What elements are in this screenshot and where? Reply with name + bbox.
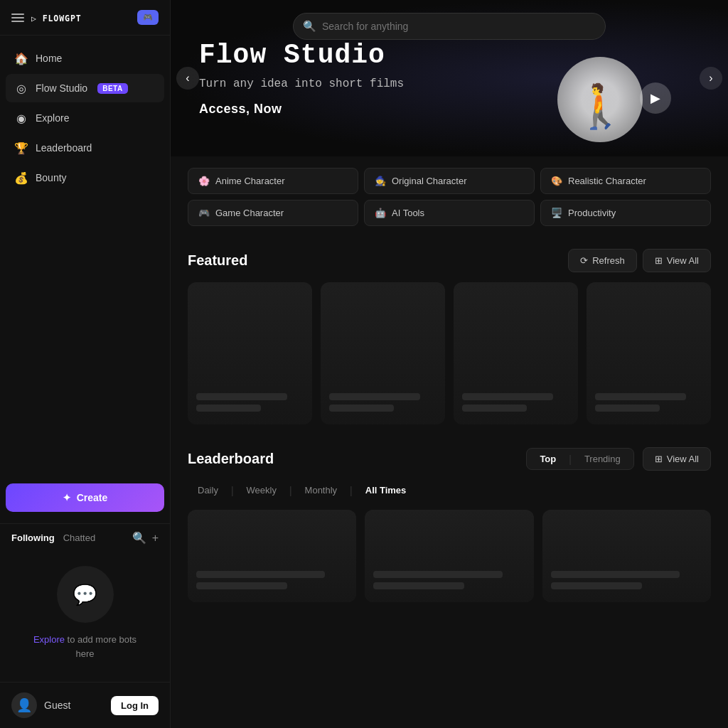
hamburger-icon[interactable]	[11, 14, 24, 22]
discord-badge[interactable]: 🎮	[137, 10, 159, 25]
leaderboard-header: Leaderboard Top | Trending ⊞ View All	[188, 447, 711, 471]
sidebar: ▷ FLOWGPT 🎮 🏠 Home ◎ Flow Studio BETA ◉ …	[0, 0, 171, 728]
category-anime-character[interactable]: 🌸 Anime Character	[188, 168, 358, 194]
discord-icon: 🎮	[143, 13, 153, 22]
trending-tab[interactable]: Trending	[572, 449, 633, 469]
brand-logo: ▷ FLOWGPT	[31, 11, 88, 24]
filter-sep-3: |	[350, 485, 353, 496]
play-button[interactable]: ▶	[640, 82, 671, 114]
hero-cta[interactable]: Access, Now	[199, 102, 404, 117]
featured-card-inner-4	[587, 282, 711, 424]
card-skeleton-line	[329, 405, 394, 412]
hero-content: Flow Studio Turn any idea into short fil…	[171, 40, 432, 117]
top-tab[interactable]: Top	[527, 449, 569, 469]
featured-card-3[interactable]	[454, 282, 578, 424]
lb-skeleton-line	[373, 571, 502, 578]
sidebar-item-flow-studio[interactable]: ◎ Flow Studio BETA	[6, 74, 164, 102]
lb-skeleton-line	[373, 582, 464, 589]
lb-card-inner-2	[365, 510, 533, 602]
explore-link[interactable]: Explore	[33, 634, 65, 645]
sidebar-item-home[interactable]: 🏠 Home	[6, 44, 164, 73]
refresh-button[interactable]: ⟳ Refresh	[568, 249, 637, 272]
flow-studio-icon: ◎	[14, 81, 28, 95]
sidebar-item-label: Leaderboard	[36, 142, 92, 154]
category-original-character[interactable]: 🧙 Original Character	[364, 168, 535, 194]
hero-prev-button[interactable]: ‹	[176, 67, 199, 90]
sidebar-item-label: Bounty	[36, 172, 67, 183]
ai-tools-emoji: 🤖	[375, 208, 386, 218]
leaderboard-icon: 🏆	[14, 141, 28, 155]
productivity-emoji: 🖥️	[551, 208, 562, 218]
view-all-leaderboard-button[interactable]: ⊞ View All	[643, 447, 711, 471]
filter-sep-2: |	[289, 485, 292, 496]
sidebar-item-explore[interactable]: ◉ Explore	[6, 104, 164, 132]
create-button[interactable]: ✦ Create	[6, 483, 164, 512]
featured-card-2[interactable]	[321, 282, 445, 424]
sidebar-item-label: Explore	[36, 112, 69, 124]
avatar: 👤	[11, 692, 37, 718]
refresh-icon: ⟳	[580, 255, 588, 266]
filter-weekly[interactable]: Weekly	[237, 481, 287, 500]
sidebar-footer: 👤 Guest Log In	[0, 682, 170, 728]
view-all-featured-button[interactable]: ⊞ View All	[643, 249, 711, 272]
lb-skeleton-line	[196, 571, 325, 578]
leaderboard-header-controls: Top | Trending ⊞ View All	[526, 447, 711, 471]
category-realistic-character[interactable]: 🎨 Realistic Character	[540, 168, 711, 194]
filter-monthly[interactable]: Monthly	[295, 481, 348, 500]
lb-skeleton-line	[551, 582, 642, 589]
filter-daily[interactable]: Daily	[188, 481, 228, 500]
hero-next-button[interactable]: ›	[700, 67, 722, 90]
grid-icon-lb: ⊞	[655, 454, 663, 464]
lb-card-1[interactable]	[188, 510, 356, 602]
ai-tools-label: AI Tools	[392, 208, 424, 218]
hero-title: Flow Studio	[199, 40, 404, 70]
category-game-character[interactable]: 🎮 Game Character	[188, 200, 358, 226]
leaderboard-top-tabs: Top | Trending	[526, 448, 633, 470]
search-input[interactable]	[293, 13, 606, 40]
sidebar-item-leaderboard[interactable]: 🏆 Leaderboard	[6, 134, 164, 162]
productivity-label: Productivity	[568, 208, 616, 218]
featured-card-4[interactable]	[587, 282, 711, 424]
grid-icon: ⊞	[655, 255, 663, 266]
card-skeleton-line	[462, 393, 553, 400]
explore-link-text: Explore to add more bots here	[26, 633, 144, 660]
search-bar-container: 🔍	[293, 13, 606, 40]
leaderboard-filter-row: Daily | Weekly | Monthly | All Times	[188, 481, 711, 500]
featured-card-inner-1	[188, 282, 312, 424]
lb-card-3[interactable]	[542, 510, 711, 602]
category-productivity[interactable]: 🖥️ Productivity	[540, 200, 711, 226]
sidebar-item-label: Home	[36, 53, 62, 64]
featured-card-inner-3	[454, 282, 578, 424]
featured-cards-grid	[188, 282, 711, 424]
add-bot-button[interactable]: +	[152, 531, 159, 545]
lb-card-inner-1	[188, 510, 356, 602]
lb-skeleton-line	[551, 571, 680, 578]
search-bots-button[interactable]: 🔍	[132, 531, 146, 545]
filter-all-times[interactable]: All Times	[355, 481, 417, 500]
following-tab[interactable]: Following	[11, 532, 55, 543]
game-character-emoji: 🎮	[198, 208, 210, 218]
lb-card-2[interactable]	[365, 510, 533, 602]
featured-title: Featured	[188, 252, 247, 269]
sidebar-item-bounty[interactable]: 💰 Bounty	[6, 164, 164, 192]
leaderboard-cards-grid	[188, 510, 711, 602]
silhouette-person: 🚶	[574, 85, 627, 128]
hero-subtitle: Turn any idea into short films	[199, 77, 404, 90]
svg-text:▷ FLOWGPT: ▷ FLOWGPT	[31, 14, 82, 23]
bounty-icon: 💰	[14, 171, 28, 185]
login-button[interactable]: Log In	[111, 696, 159, 715]
card-skeleton-line	[595, 405, 660, 412]
sidebar-item-label: Flow Studio	[36, 82, 87, 94]
featured-section: Featured ⟳ Refresh ⊞ View All	[171, 237, 728, 436]
realistic-character-emoji: 🎨	[551, 176, 562, 186]
view-all-lb-label: View All	[667, 454, 699, 464]
original-character-emoji: 🧙	[375, 176, 386, 186]
featured-card-1[interactable]	[188, 282, 312, 424]
sidebar-header: ▷ FLOWGPT 🎮	[0, 0, 170, 36]
chatted-tab[interactable]: Chatted	[63, 532, 96, 543]
category-ai-tools[interactable]: 🤖 AI Tools	[364, 200, 535, 226]
card-skeleton-line	[329, 393, 420, 400]
explore-icon: ◉	[14, 111, 28, 125]
leaderboard-title: Leaderboard	[188, 451, 274, 467]
anime-character-emoji: 🌸	[198, 176, 210, 186]
